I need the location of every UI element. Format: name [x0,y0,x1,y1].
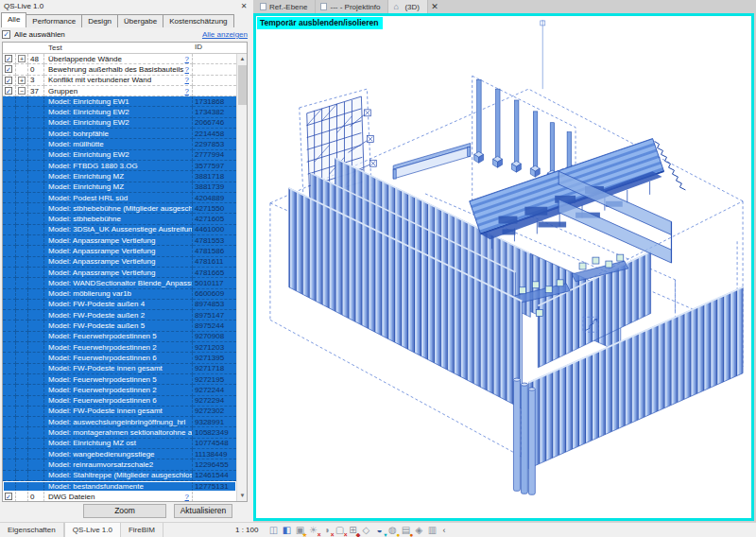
table-row[interactable]: Model: FW-Podeste innen gesamt 9271718 [3,364,236,374]
table-row[interactable]: ✓ 0 Bewehrung außerhalb des Basisbauteil… [3,64,236,75]
view-tab[interactable]: (3D) [388,0,428,13]
scroll-thumb[interactable] [238,65,247,105]
view-tab[interactable]: --- - Projektinfo [316,0,388,13]
crop-view-icon[interactable]: ▢ × [334,525,345,536]
table-row[interactable]: Model: Einrichtung MZ 3881718 [3,171,236,182]
table-row[interactable]: Model: Anpassrampe Vertiefung 4781665 [3,268,236,278]
table-row[interactable]: Model: WANDSectionaltor Blende_Anpassram… [3,278,236,288]
detail-level-icon[interactable]: ◧ [281,525,292,536]
column-header-test[interactable]: Test [44,43,193,53]
panel-tab[interactable]: Design [81,14,118,27]
table-row[interactable]: Model: Feuerwehrpodestinnen 6 9272294 [3,396,236,407]
view-close-icon[interactable]: ✕ [428,2,441,11]
panel-tab[interactable]: Performance [26,14,82,27]
expand-icon[interactable]: + [18,77,26,84]
table-row[interactable]: Model: Einrichtung EW1 1731868 [3,96,236,107]
table-row[interactable]: Model: Feuerwehrpodestinnen 6 9271395 [3,353,236,363]
help-link[interactable]: ? [185,87,192,95]
palette-tab[interactable]: Eigenschaften [0,523,64,537]
view-tab[interactable]: Ref.-Ebene [255,0,316,13]
table-row[interactable]: Model: reinraumvorsatzschale2 12296455 [3,459,236,470]
table-row[interactable]: ✓ 0 DWG Dateien? [3,492,236,502]
table-row[interactable]: Model: stbhebebühne 4271605 [3,214,236,224]
table-row[interactable]: Model: Einrichtung EW2 2066746 [3,118,236,129]
zoom-button[interactable]: Zoom [83,504,166,518]
row-checkbox[interactable]: ✓ [5,65,12,73]
table-row[interactable]: Model: Anpassrampe Vertiefung 4781611 [3,257,236,268]
expand-icon[interactable]: + [18,55,26,62]
reveal-hidden-icon[interactable]: ◍ ● [387,525,398,536]
constraints-icon[interactable]: ▥ [426,525,438,536]
panel-close-icon[interactable]: ✕ [238,2,249,10]
help-link[interactable]: ? [185,76,192,84]
roof-slab[interactable] [470,139,686,250]
table-row[interactable]: Model: Feuerwehrpodestinnen 5 9270908 [3,332,236,342]
table-row[interactable]: ✓ + 48 Überlappende Wände? [3,54,236,64]
row-checkbox[interactable]: ✓ [5,77,12,84]
select-all-checkbox[interactable]: ✓ [2,30,10,39]
scroll-up-icon[interactable]: ▲ [237,54,248,64]
table-row[interactable]: Model: Anpassrampe Vertiefung 4781586 [3,246,236,256]
table-row[interactable]: Model: FW-Podeste innen gesamt 9272302 [3,407,236,417]
3d-viewport[interactable]: Temporär ausblenden/isolieren [253,13,754,521]
table-row[interactable]: Model: stbhebebühne (Mitglieder ausgesch… [3,203,236,214]
corner-piles[interactable] [513,378,535,494]
3d-scene[interactable] [256,16,751,518]
show-all-link[interactable]: Alle anzeigen [202,30,248,39]
temporary-hide-isolate-icon[interactable]: ◒ ▾ [373,525,385,536]
show-crop-icon[interactable]: ⊞ ◆ [347,525,358,536]
panel-tab[interactable]: Kostenschätzung [163,14,233,27]
table-row[interactable]: Model: möblierung var1b 6600609 [3,289,236,300]
columns-group[interactable] [474,79,572,182]
palette-tab[interactable]: FireBIM [121,523,163,537]
table-row[interactable]: Model: FW-Podeste außen 4 8974853 [3,300,236,310]
table-row[interactable]: Model: Feuerwehrpodestinnen 2 9272244 [3,385,236,395]
row-checkbox[interactable]: ✓ [5,55,12,62]
help-link[interactable]: ? [185,493,192,501]
table-row[interactable]: Model: Feuerwehrpodestinnen 5 9272195 [3,374,236,385]
table-row[interactable]: Model: bohrpfähle 2214458 [3,129,236,139]
palette-tab[interactable]: QS-Live 1.0 [64,523,121,537]
table-row[interactable]: ✓ − 37 Gruppen? [3,86,236,96]
help-link[interactable]: ? [185,55,192,63]
temporary-view-properties-icon[interactable]: ▤ ● [400,525,411,536]
table-row[interactable]: Model: FW-Podeste außen 5 8975244 [3,320,236,331]
help-link[interactable]: ? [185,65,192,74]
table-row[interactable]: Model: FW-Podeste außen 2 8975147 [3,310,236,320]
panel-tab[interactable]: Alle [1,12,26,27]
row-checkbox[interactable]: ✓ [5,87,12,95]
beam-element[interactable] [393,143,471,179]
table-row[interactable]: Model: bestandsfundamente 12775131 [3,481,236,492]
table-row[interactable]: Model: wangebedienungsstiege 11138449 [3,449,236,459]
scroll-down-icon[interactable]: ▼ [237,491,248,501]
table-row[interactable]: Model: Podest HRL süd 4204889 [3,193,236,203]
table-row[interactable]: ✓ + 3 Konflikt mit verbundener Wand? [3,76,236,86]
scale-button[interactable]: 1 : 100 [232,526,262,534]
table-row[interactable]: Model: Einrichtung MZ ost 10774548 [3,439,236,449]
refresh-button[interactable]: Aktualisieren [174,504,232,518]
table-row[interactable]: Model: auswechslungeinbringöffnung_hrl 9… [3,417,236,427]
table-row[interactable]: Model: Feuerwehrpodestinnen 2 9271203 [3,342,236,353]
collapse-bar-icon[interactable]: ‹ [442,526,445,535]
table-row[interactable]: Model: montagerahmen sektionaltorohne an… [3,427,236,438]
table-row[interactable]: Model: Einrichtung EW2 1734382 [3,107,236,117]
table-scrollbar[interactable]: ▲ ▼ [236,54,247,501]
table-row[interactable]: Model: Einrichtung MZ 3881739 [3,182,236,193]
shadows-icon[interactable]: ◑ × [320,525,332,536]
row-checkbox[interactable]: ✓ [5,493,12,500]
analytical-model-icon[interactable]: ◈ [413,525,424,536]
table-row[interactable]: Model: 3DStA_UK Aussenstiege Austreifung… [3,225,236,235]
visual-style-icon[interactable]: ▣ ★ [294,525,305,536]
table-row[interactable]: Model: müllhütte 2297853 [3,139,236,149]
temporary-hide-isolate-banner[interactable]: Temporär ausblenden/isolieren [257,17,383,29]
column-header-id[interactable]: ID [193,43,236,53]
table-row[interactable]: Model: FTBDG 1880 3.OG 3577597 [3,161,236,171]
zoom-size-icon[interactable]: ◫ [267,525,279,536]
unlocked-view-icon[interactable]: ◇ [360,525,371,536]
table-row[interactable]: Model: Einrichtung EW2 2777994 [3,150,236,161]
sun-path-icon[interactable]: ☀ × [307,525,318,536]
table-row[interactable]: Model: Anpassrampe Vertiefung 4781553 [3,235,236,246]
panel-tab[interactable]: Übergabe [117,14,163,27]
expand-icon[interactable]: − [18,87,26,95]
table-row[interactable]: Model: Stahltreppe (Mitglieder ausgeschl… [3,471,236,481]
